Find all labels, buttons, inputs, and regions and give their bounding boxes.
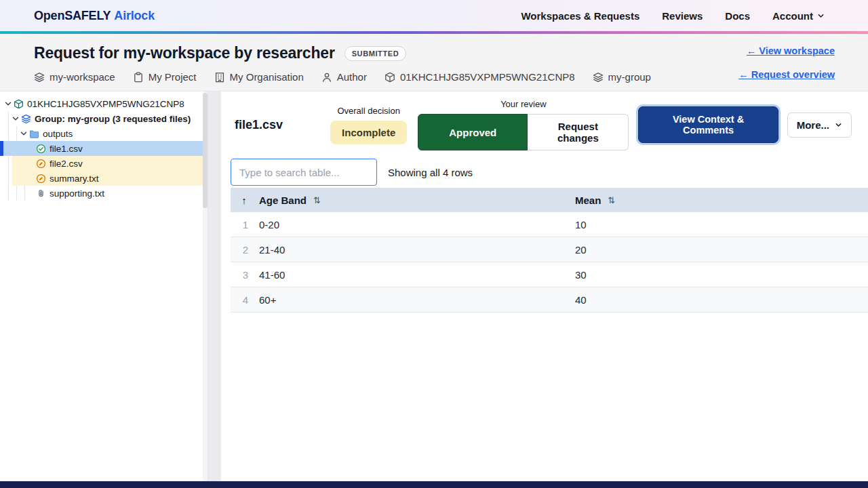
row-number: 2 xyxy=(231,244,258,256)
your-review-label: Your review xyxy=(500,99,546,109)
layers-icon xyxy=(593,72,604,83)
nav-account[interactable]: Account xyxy=(772,10,825,22)
sidebar-gutter[interactable] xyxy=(208,92,221,481)
data-table: ↑ Age Band ⇅ Mean ⇅ 1 0-20 10 2 21-40 20 xyxy=(231,188,868,312)
file-tree: 01KHC1HJG85VXPMP5WNG21CNP8 Group: my-gro… xyxy=(0,92,208,201)
pencil-circle-icon xyxy=(36,174,46,184)
column-header-label: Mean xyxy=(575,195,601,206)
logo-opensafely: OpenSAFELY xyxy=(34,9,111,22)
nav-account-label: Account xyxy=(772,10,813,22)
table-row: 4 60+ 40 xyxy=(231,287,868,312)
view-workspace-link[interactable]: ← View workspace xyxy=(747,45,835,56)
top-navbar: OpenSAFELYAirlock Workspaces & Requests … xyxy=(0,0,868,31)
review-button-group: Approved Request changes xyxy=(418,114,629,150)
meta-project-label: My Project xyxy=(149,71,197,83)
file-title: file1.csv xyxy=(235,118,283,132)
column-header-mean[interactable]: Mean ⇅ xyxy=(570,195,868,206)
cell-mean: 30 xyxy=(570,269,868,281)
paperclip-icon xyxy=(36,188,46,199)
status-badge: SUBMITTED xyxy=(344,46,407,61)
tree-item-label: 01KHC1HJG85VXPMP5WNG21CNP8 xyxy=(27,99,184,109)
file-review-panel: file1.csv Overall decision Incomplete Yo… xyxy=(221,92,868,481)
your-review-group: Your review Approved Request changes xyxy=(418,99,629,150)
sidebar-scrollbar-thumb[interactable] xyxy=(203,93,208,208)
tree-item-file1[interactable]: file1.csv xyxy=(0,141,208,156)
chevron-down-icon[interactable] xyxy=(12,115,20,123)
row-number: 4 xyxy=(231,294,258,306)
page-footer-strip xyxy=(0,481,868,488)
tree-item-group[interactable]: Group: my-group (3 requested files) xyxy=(0,111,208,126)
rows-summary: Showing all 4 rows xyxy=(388,167,473,178)
tree-item-request-root[interactable]: 01KHC1HJG85VXPMP5WNG21CNP8 xyxy=(0,96,208,111)
request-meta-row: my-workspace My Project My Organisation … xyxy=(0,62,868,83)
cell-age-band: 60+ xyxy=(258,294,570,306)
column-header-label: Age Band xyxy=(259,195,307,206)
overall-decision-group: Overall decision Incomplete xyxy=(330,106,407,144)
cube-icon xyxy=(384,72,395,83)
table-row: 1 0-20 10 xyxy=(231,212,868,237)
cell-age-band: 0-20 xyxy=(258,219,570,230)
layers-icon xyxy=(34,72,45,83)
app-logo[interactable]: OpenSAFELYAirlock xyxy=(34,9,155,23)
meta-request-id-label: 01KHC1HJG85VXPMP5WNG21CNP8 xyxy=(400,71,575,83)
tree-item-summary[interactable]: summary.txt xyxy=(0,171,208,186)
cell-mean: 10 xyxy=(570,219,868,230)
view-context-comments-button[interactable]: View Context & Comments xyxy=(638,106,778,143)
chevron-down-icon[interactable] xyxy=(4,100,12,108)
building-icon xyxy=(214,72,225,83)
tree-item-outputs-folder[interactable]: outputs xyxy=(0,126,208,141)
cell-age-band: 21-40 xyxy=(258,244,570,256)
table-toolbar: Showing all 4 rows xyxy=(221,158,868,186)
meta-group-label: my-group xyxy=(608,71,651,83)
meta-project: My Project xyxy=(133,71,197,83)
more-button-label: More... xyxy=(797,119,829,131)
folder-icon xyxy=(29,129,39,139)
nav-docs[interactable]: Docs xyxy=(725,10,750,22)
table-row: 3 41-60 30 xyxy=(231,262,868,287)
meta-workspace-label: my-workspace xyxy=(50,71,115,83)
cell-age-band: 41-60 xyxy=(258,269,570,281)
overall-decision-badge: Incomplete xyxy=(330,121,407,144)
chevron-down-icon xyxy=(817,12,825,20)
meta-author-label: Author xyxy=(337,71,367,83)
user-icon xyxy=(321,72,332,83)
request-header: Request for my-workspace by researcher S… xyxy=(0,34,868,92)
check-circle-icon xyxy=(36,144,46,154)
chevron-down-icon xyxy=(835,121,842,129)
row-index-sort-header[interactable]: ↑ xyxy=(231,195,258,206)
nav-links: Workspaces & Requests Reviews Docs Accou… xyxy=(521,10,825,22)
meta-author: Author xyxy=(321,71,367,83)
file-tree-sidebar: 01KHC1HJG85VXPMP5WNG21CNP8 Group: my-gro… xyxy=(0,92,208,481)
table-search-input[interactable] xyxy=(231,159,377,186)
tree-item-label: supporting.txt xyxy=(50,188,104,199)
meta-request-id: 01KHC1HJG85VXPMP5WNG21CNP8 xyxy=(384,71,575,83)
tree-item-label: file2.csv xyxy=(50,159,83,169)
column-header-age-band[interactable]: Age Band ⇅ xyxy=(258,195,570,206)
file-review-header: file1.csv Overall decision Incomplete Yo… xyxy=(221,92,868,158)
approved-button[interactable]: Approved xyxy=(418,114,528,150)
request-changes-button[interactable]: Request changes xyxy=(528,114,629,150)
meta-workspace: my-workspace xyxy=(34,71,115,83)
sort-icon: ⇅ xyxy=(608,195,615,205)
overall-decision-label: Overall decision xyxy=(337,106,400,116)
clipboard-icon xyxy=(133,72,144,83)
request-overview-link[interactable]: ← Request overview xyxy=(738,69,835,80)
tree-item-label: summary.txt xyxy=(50,174,99,184)
tree-item-label: file1.csv xyxy=(50,144,83,154)
nav-workspaces-requests[interactable]: Workspaces & Requests xyxy=(521,10,639,22)
table-header-row: ↑ Age Band ⇅ Mean ⇅ xyxy=(231,188,868,212)
tree-item-file2[interactable]: file2.csv xyxy=(0,156,208,171)
cube-icon xyxy=(14,99,24,109)
row-number: 3 xyxy=(231,269,258,281)
tree-item-label: Group: my-group (3 requested files) xyxy=(35,114,191,124)
more-button[interactable]: More... xyxy=(787,113,852,138)
meta-group: my-group xyxy=(593,71,651,83)
cell-mean: 40 xyxy=(570,294,868,306)
cell-mean: 20 xyxy=(570,244,868,256)
tree-item-label: outputs xyxy=(43,129,73,139)
page-title: Request for my-workspace by researcher xyxy=(34,44,335,62)
nav-reviews[interactable]: Reviews xyxy=(662,10,703,22)
row-number: 1 xyxy=(231,219,258,230)
tree-item-supporting[interactable]: supporting.txt xyxy=(0,186,208,201)
chevron-down-icon[interactable] xyxy=(20,129,28,138)
